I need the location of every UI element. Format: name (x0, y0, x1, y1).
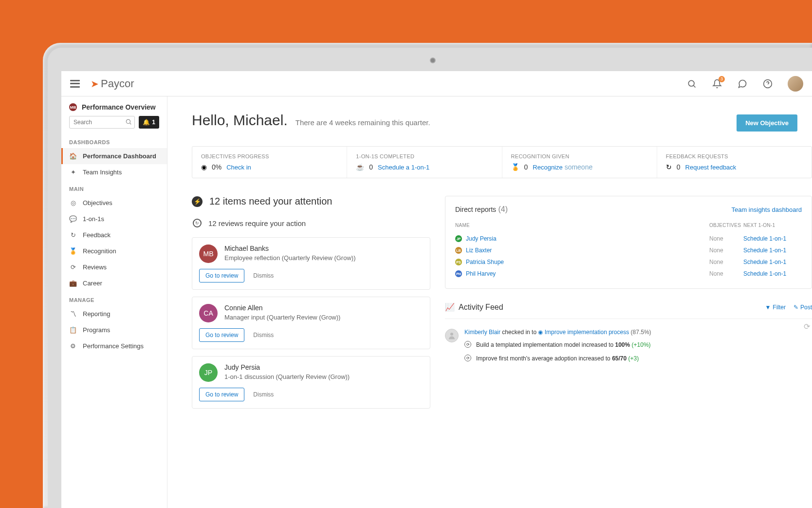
sidebar-title: Performance Overview (82, 103, 156, 111)
svg-point-0 (688, 80, 694, 86)
user-dot: PH (455, 270, 462, 277)
schedule-1on1-link[interactable]: Schedule 1-on-1 (743, 259, 802, 265)
profile-avatar[interactable] (788, 76, 803, 92)
schedule-1on1-link[interactable]: Schedule a 1-on-1 (378, 164, 429, 171)
progress-icon: ⟳ (464, 355, 471, 361)
schedule-1on1-link[interactable]: Schedule 1-on-1 (743, 270, 802, 277)
bell-icon: 🔔 (143, 119, 150, 126)
card-name: Michael Banks (224, 245, 355, 252)
report-objectives: None (709, 235, 743, 242)
cycle-icon: ⟳ (69, 263, 77, 271)
go-to-review-button[interactable]: Go to review (199, 388, 244, 401)
nav-performance-settings[interactable]: ⚙ Performance Settings (61, 338, 167, 354)
calendar-icon: 📋 (69, 326, 77, 334)
report-row: PH Phil Harvey None Schedule 1-on-1 (455, 268, 802, 280)
team-insights-link[interactable]: Team insights dashboard (731, 206, 802, 213)
topbar: ➤ Paycor 3 (61, 71, 812, 96)
card-avatar: MB (199, 245, 218, 263)
review-icon: ↻ (193, 219, 202, 227)
svg-point-4 (127, 119, 130, 123)
help-icon[interactable] (762, 78, 773, 89)
nav-recognition[interactable]: 🏅 Recognition (61, 243, 167, 259)
target-icon: ◉ (201, 163, 207, 171)
svg-point-6 (450, 333, 453, 336)
sidebar-heading-dashboards: DASHBOARDS (61, 133, 167, 148)
sidebar-notif-chip[interactable]: 🔔 1 (139, 116, 159, 129)
stat-recognition: RECOGNITION GIVEN 🏅 0 Recognize someone (502, 147, 657, 178)
report-objectives: None (709, 259, 743, 265)
activity-icon: 📈 (445, 302, 455, 312)
trend-icon: 〽 (69, 310, 77, 318)
feed-item: Kimberly Blair checked in to ◉ Improve i… (445, 329, 812, 363)
chat-bubbles-icon: 💬 (69, 215, 77, 223)
recognize-link[interactable]: Recognize someone (533, 163, 592, 171)
feed-title: Activity Feed (459, 303, 757, 312)
go-to-review-button[interactable]: Go to review (199, 328, 244, 342)
search-icon[interactable] (686, 78, 697, 89)
filter-icon: ▼ (765, 304, 771, 311)
briefcase-icon: 💼 (69, 280, 77, 287)
card-avatar: CA (199, 304, 218, 322)
main-content: Hello, Michael. There are 4 weeks remain… (167, 96, 812, 508)
svg-line-1 (694, 85, 696, 87)
report-row: JP Judy Persia None Schedule 1-on-1 (455, 233, 802, 245)
card-desc: Manager input (Quarterly Review (Grow)) (224, 314, 340, 321)
award-icon: 🏅 (511, 163, 519, 171)
nav-1on1s[interactable]: 💬 1-on-1s (61, 211, 167, 227)
gear-icon: ⚙ (69, 342, 77, 350)
feed-objective-link[interactable]: Improve implementation process (545, 329, 629, 336)
dismiss-link[interactable]: Dismiss (253, 332, 274, 339)
sidebar-heading-main: MAIN (61, 180, 167, 195)
nav-objectives[interactable]: ◎ Objectives (61, 195, 167, 211)
nav-reporting[interactable]: 〽 Reporting (61, 306, 167, 322)
card-avatar: JP (199, 363, 218, 382)
dismiss-link[interactable]: Dismiss (253, 272, 274, 279)
card-name: Connie Allen (224, 304, 340, 312)
go-to-review-button[interactable]: Go to review (199, 269, 244, 282)
report-row: LB Liz Baxter None Schedule 1-on-1 (455, 245, 802, 256)
bell-icon[interactable]: 3 (712, 78, 722, 89)
report-objectives: None (709, 247, 743, 254)
checkin-link[interactable]: Check in (226, 164, 251, 171)
stat-objectives: OBJECTIVES PROGRESS ◉ 0% Check in (192, 147, 347, 178)
svg-line-5 (130, 123, 131, 125)
new-objective-button[interactable]: New Objective (737, 114, 797, 132)
nav-team-insights[interactable]: ✦ Team Insights (61, 164, 167, 180)
progress-icon: ⟳ (464, 341, 471, 348)
stat-1on1s: 1-ON-1S COMPLETED ☕ 0 Schedule a 1-on-1 (347, 147, 502, 178)
device-camera (430, 57, 436, 63)
refresh-icon[interactable]: ⟳ (804, 322, 810, 331)
chat-icon[interactable] (737, 78, 748, 89)
report-name-link[interactable]: Liz Baxter (466, 247, 492, 254)
report-name-link[interactable]: Phil Harvey (466, 270, 496, 277)
award-icon: 🏅 (69, 247, 77, 255)
card-desc: Employee reflection (Quarterly Review (G… (224, 254, 355, 262)
logo: ➤ Paycor (91, 77, 134, 90)
report-name-link[interactable]: Patricia Shupe (466, 259, 504, 265)
nav-career[interactable]: 💼 Career (61, 275, 167, 291)
nav-feedback[interactable]: ↻ Feedback (61, 227, 167, 243)
schedule-1on1-link[interactable]: Schedule 1-on-1 (743, 247, 802, 254)
hamburger-menu[interactable] (70, 80, 80, 88)
schedule-1on1-link[interactable]: Schedule 1-on-1 (743, 235, 802, 242)
pencil-icon: ✎ (794, 304, 798, 311)
stat-feedback: FEEDBACK REQUESTS ↻ 0 Request feedback (657, 147, 812, 178)
feed-user-link[interactable]: Kimberly Blair (464, 329, 500, 336)
target-icon: ◎ (69, 199, 77, 207)
greeting: Hello, Michael. (192, 112, 288, 129)
nav-reviews[interactable]: ⟳ Reviews (61, 259, 167, 275)
report-name-link[interactable]: Judy Persia (466, 235, 497, 242)
nav-performance-dashboard[interactable]: 🏠 Performance Dashboard (61, 148, 167, 164)
request-feedback-link[interactable]: Request feedback (685, 164, 737, 171)
bell-badge: 3 (719, 76, 725, 82)
card-desc: 1-on-1 discussion (Quarterly Review (Gro… (224, 373, 350, 380)
feed-post[interactable]: ✎ Post (794, 304, 812, 311)
nav-programs[interactable]: 📋 Programs (61, 322, 167, 338)
dismiss-link[interactable]: Dismiss (253, 391, 274, 398)
attention-title: 12 items need your attention (209, 196, 332, 207)
review-card: MB Michael Banks Employee reflection (Qu… (192, 237, 430, 290)
feedback-icon: ↻ (69, 231, 77, 239)
direct-reports-panel: Direct reports (4) Team insights dashboa… (445, 196, 812, 289)
target-icon: ◉ (538, 329, 543, 336)
feed-filter[interactable]: ▼ Filter (765, 304, 786, 311)
